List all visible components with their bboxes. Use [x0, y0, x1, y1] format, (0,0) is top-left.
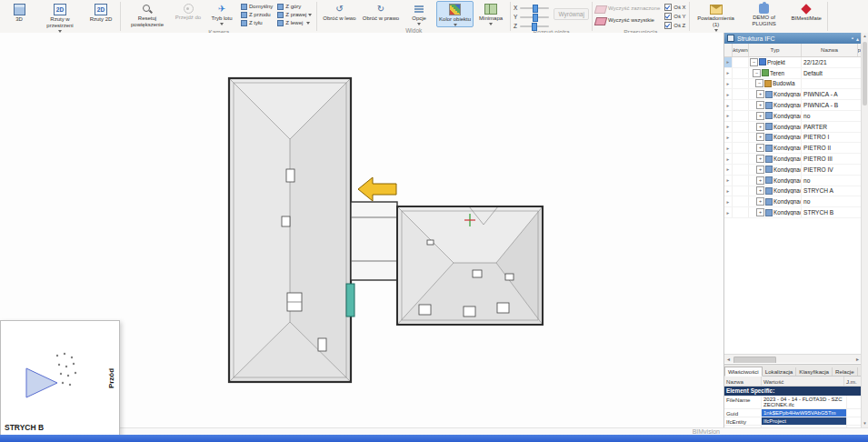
row-pointer-icon[interactable]: ▸	[724, 186, 733, 196]
notifications-button[interactable]: Powiadomienia (1)	[693, 1, 740, 33]
collapse-box-icon[interactable]: −	[755, 79, 763, 87]
slider-z[interactable]	[520, 25, 549, 27]
tab-relacje[interactable]: Relacje	[833, 367, 858, 376]
camera-default-button[interactable]: Domyślny	[239, 3, 274, 10]
tab-wlasciwosci[interactable]: Właściwości	[724, 367, 763, 377]
slider-x[interactable]	[520, 7, 549, 9]
selected-element-teal[interactable]	[346, 284, 354, 316]
camera-front-button[interactable]: Z przodu	[239, 11, 274, 18]
column-header-nazwa[interactable]: Nazwa	[802, 44, 858, 56]
row-pointer-icon[interactable]: ▸	[724, 154, 733, 164]
row-pointer-icon[interactable]: ▸	[724, 165, 733, 175]
table-row[interactable]: ▸+Kondygnacjano	[724, 111, 862, 122]
expand-box-icon[interactable]: +	[756, 208, 764, 216]
column-header-jm[interactable]: J.m.	[844, 377, 862, 386]
tab-klasyfikacja[interactable]: Klasyfikacja	[796, 367, 833, 376]
views-2d-button[interactable]: 2D Rzuty 2D	[85, 1, 117, 24]
right-vertical-scrollbar[interactable]: ▲ ▼	[861, 33, 868, 427]
table-row[interactable]: ▸−Budowla	[724, 79, 862, 90]
table-row[interactable]: ▸+KondygnacjaPIĘTRO IV	[724, 165, 862, 176]
row-pointer-icon[interactable]: ▸	[724, 143, 733, 153]
table-row[interactable]: ▸+KondygnacjaPIWNICA - B	[724, 100, 862, 111]
clear-selected-button[interactable]: Wyczyść zaznaczone	[595, 4, 660, 14]
slider-x-thumb[interactable]	[533, 5, 538, 13]
go-to-button[interactable]: Przejdź do	[172, 1, 205, 22]
collapse-box-icon[interactable]: −	[750, 58, 758, 66]
slider-z-thumb[interactable]	[532, 23, 537, 31]
minimap-button[interactable]: Minimapa	[474, 1, 507, 26]
spatial-views-button[interactable]: 2D Rzuty w przestrzeni	[36, 1, 84, 34]
row-pointer-icon[interactable]: ▸	[724, 57, 733, 67]
rotate-right-button[interactable]: ↻ Obróć w prawo	[360, 1, 402, 23]
table-row[interactable]: ▸+KondygnacjaSTRYCH A	[724, 186, 862, 197]
property-row[interactable]: FileName 2023 - 04 - 14 - FLOTA3D - SZCZ…	[724, 396, 862, 410]
building-connector[interactable]	[351, 202, 397, 280]
table-row[interactable]: ▸+KondygnacjaPIĘTRO I	[724, 133, 862, 144]
table-row[interactable]: ▸+KondygnacjaSTRYCH B	[724, 207, 862, 218]
row-pointer-icon[interactable]: ▸	[724, 196, 733, 206]
camera-left-button[interactable]: Z lewej	[275, 19, 314, 26]
row-pointer-icon[interactable]: ▸	[724, 176, 733, 186]
building-right[interactable]	[397, 206, 543, 325]
expand-box-icon[interactable]: +	[756, 186, 764, 195]
column-header-wartosc[interactable]: Wartość	[762, 377, 844, 386]
slider-y[interactable]	[520, 16, 549, 18]
column-header-typ[interactable]: Typ	[749, 44, 802, 56]
row-pointer-icon[interactable]: ▸	[724, 133, 733, 143]
camera-top-button[interactable]: Z góry	[275, 3, 314, 10]
table-row[interactable]: ▸−TerenDefault	[724, 68, 862, 79]
align-button[interactable]: Wyrównaj	[554, 8, 588, 20]
row-pointer-icon[interactable]: ▸	[724, 68, 733, 78]
expand-box-icon[interactable]: +	[756, 123, 764, 131]
row-pointer-icon[interactable]: ▸	[724, 122, 733, 132]
camera-back-button[interactable]: Z tyłu	[239, 19, 274, 26]
property-row[interactable]: Guid 1nk$EPpb4HwW95VAbG5Tm	[724, 409, 862, 417]
expand-box-icon[interactable]: +	[756, 155, 764, 163]
view-3d-button[interactable]: 3D	[3, 1, 35, 24]
table-row[interactable]: ▸+KondygnacjaPARTER	[724, 122, 862, 133]
row-pointer-icon[interactable]: ▸	[724, 79, 733, 89]
column-header-nazwa[interactable]: Nazwa	[724, 377, 762, 386]
pin-icon[interactable]: ▪	[852, 35, 853, 41]
table-row[interactable]: ▸+KondygnacjaPIWNICA - A	[724, 89, 862, 100]
expand-box-icon[interactable]: +	[756, 166, 764, 174]
table-row[interactable]: ▸+Kondygnacjano	[724, 176, 862, 186]
slider-y-thumb[interactable]	[533, 14, 538, 22]
row-pointer-icon[interactable]: ▸	[724, 100, 733, 110]
expand-box-icon[interactable]: +	[756, 112, 764, 120]
clear-all-button[interactable]: Wyczyść wszystkie	[595, 15, 660, 25]
row-pointer-icon[interactable]: ▸	[724, 111, 733, 121]
row-pointer-icon[interactable]: ▸	[724, 89, 733, 99]
expand-box-icon[interactable]: +	[756, 176, 764, 185]
expand-box-icon[interactable]: +	[756, 133, 764, 141]
flight-mode-button[interactable]: ✈ Tryb lotu	[205, 1, 238, 26]
structure-horizontal-scrollbar[interactable]: ◄ ►	[724, 354, 862, 363]
table-row[interactable]: ▸+KondygnacjaPIĘTRO II	[724, 143, 862, 154]
scroll-left-icon[interactable]: ◄	[724, 357, 733, 362]
table-row[interactable]: ▸−Projekt22/12/21	[724, 57, 862, 68]
options-button[interactable]: Opcje	[403, 1, 435, 26]
reset-zoom-button[interactable]: Resetuj powiększenie	[124, 1, 171, 29]
property-row[interactable]: IfcEntity IfcProject	[724, 417, 862, 426]
expand-box-icon[interactable]: +	[756, 90, 764, 98]
column-header-pointer[interactable]	[724, 44, 733, 56]
demo-plugins-button[interactable]: DEMO of PLUGINS	[741, 1, 788, 28]
expand-box-icon[interactable]: +	[756, 197, 764, 206]
table-row[interactable]: ▸+Kondygnacjano	[724, 196, 862, 207]
structure-panel-header[interactable]: Struktura IFC ▪ ▴	[724, 33, 862, 44]
scrollbar-thumb[interactable]	[863, 42, 867, 105]
expand-box-icon[interactable]: +	[756, 101, 764, 109]
building-left[interactable]	[229, 78, 351, 382]
table-row[interactable]: ▸+KondygnacjaPIĘTRO III	[724, 154, 862, 165]
expand-box-icon[interactable]: +	[756, 144, 764, 152]
axis-y-checkbox[interactable]: Oś Y	[664, 13, 685, 20]
scroll-up-icon[interactable]: ▲	[863, 33, 866, 40]
bimestimate-button[interactable]: BIMestiMate	[789, 1, 824, 23]
scrollbar-thumb[interactable]	[733, 357, 776, 364]
camera-right-button[interactable]: Z prawej	[275, 11, 314, 18]
yellow-arrow-annotation[interactable]	[358, 177, 396, 201]
collapse-icon[interactable]: ▴	[856, 35, 859, 42]
scroll-down-icon[interactable]: ▼	[863, 420, 866, 427]
axis-z-checkbox[interactable]: Oś Z	[664, 22, 685, 29]
column-header-aktywne[interactable]: Aktywne	[733, 44, 749, 56]
